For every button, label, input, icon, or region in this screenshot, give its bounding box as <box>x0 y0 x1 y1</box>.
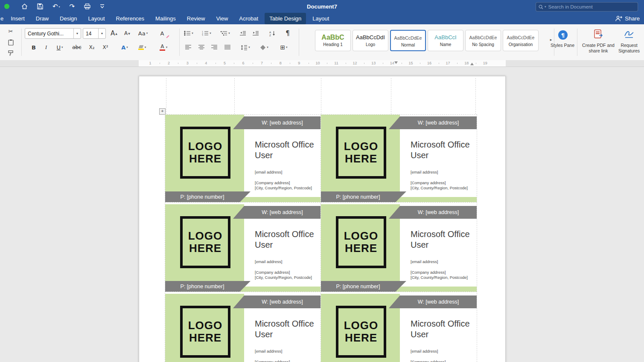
card-logo-placeholder[interactable]: LOGO HERE <box>180 216 230 268</box>
table-move-handle[interactable]: + <box>159 108 166 115</box>
font-size-dropdown-icon[interactable]: ▼ <box>98 29 105 38</box>
shrink-font-button[interactable]: A▼ <box>122 28 132 38</box>
text-effects-button[interactable]: A <box>119 42 131 52</box>
bullet-list-button[interactable] <box>183 28 195 38</box>
customize-toolbar-icon[interactable] <box>100 4 105 9</box>
card-address[interactable]: [Company address] [City, County/Region, … <box>411 180 468 191</box>
show-paragraph-marks-button[interactable]: ¶ <box>283 28 293 38</box>
card-person-name[interactable]: Microsoft Office User <box>255 139 320 161</box>
share-button[interactable]: Share <box>615 13 640 24</box>
card-email[interactable]: [email address] <box>255 349 282 353</box>
business-card[interactable]: W: [web address] P: [phone number] LOGO … <box>165 115 321 203</box>
increase-indent-button[interactable] <box>251 28 260 38</box>
style-normal[interactable]: AaBbCcDdEeNormal <box>390 30 426 51</box>
undo-button[interactable]: ↶ ▾ <box>52 3 60 10</box>
card-logo-placeholder[interactable]: LOGO HERE <box>180 306 230 358</box>
font-size-combobox[interactable]: 14 ▼ <box>83 28 106 39</box>
decrease-indent-button[interactable] <box>238 28 248 38</box>
create-pdf-button[interactable] <box>592 29 604 39</box>
font-name-combobox[interactable]: Century Gothi... ▼ <box>25 28 81 39</box>
tab-table-design[interactable]: Table Design <box>265 13 306 24</box>
business-card[interactable]: W: [web address] P: [phone number] LOGO … <box>321 204 477 292</box>
change-case-button[interactable]: Aa <box>137 28 149 38</box>
card-web-banner[interactable]: W: [web address] <box>233 116 321 129</box>
style-heading-1[interactable]: AaBbCHeading 1 <box>315 30 351 51</box>
highlight-color-button[interactable] <box>136 42 149 52</box>
tab-insert[interactable]: Insert <box>6 13 29 24</box>
right-indent-marker[interactable] <box>470 63 474 65</box>
card-email[interactable]: [email address] <box>411 170 438 174</box>
align-center-button[interactable] <box>197 42 206 52</box>
italic-button[interactable]: I <box>42 42 50 52</box>
window-control-green[interactable] <box>4 4 9 9</box>
tab-design[interactable]: Design <box>55 13 82 24</box>
format-painter-icon[interactable] <box>6 48 15 58</box>
scissors-cut-icon[interactable]: ✂ <box>6 26 15 36</box>
clear-formatting-button[interactable]: A <box>157 28 167 38</box>
card-phone-banner[interactable]: P: [phone number] <box>165 281 251 292</box>
subscript-button[interactable]: X₂ <box>86 42 97 52</box>
card-email[interactable]: [email address] <box>255 259 282 264</box>
card-person-name[interactable]: Microsoft Office User <box>411 319 475 340</box>
tab-references[interactable]: References <box>111 13 149 24</box>
card-email[interactable]: [email address] <box>255 170 282 174</box>
tab-view[interactable]: View <box>211 13 233 24</box>
style-logo[interactable]: AaBbCcDdILogo <box>353 30 388 51</box>
strikethrough-button[interactable]: abc <box>71 42 83 52</box>
font-name-dropdown-icon[interactable]: ▼ <box>73 29 81 38</box>
tab-e[interactable]: e <box>0 13 5 24</box>
create-pdf-label[interactable]: Create PDF and share link <box>580 43 617 54</box>
styles-pane-button[interactable]: ¶ <box>557 30 568 40</box>
card-logo-placeholder[interactable]: LOGO HERE <box>180 127 230 179</box>
shading-button[interactable] <box>258 42 271 52</box>
tab-draw[interactable]: Draw <box>31 13 53 24</box>
multilevel-list-button[interactable] <box>219 28 231 38</box>
document-canvas[interactable]: + W: [web address] P: [phone number] LOG… <box>0 67 644 362</box>
paste-clipboard-icon[interactable] <box>6 37 15 47</box>
business-card[interactable]: W: [web address] P: [phone number] LOGO … <box>165 294 321 362</box>
card-person-name[interactable]: Microsoft Office User <box>255 229 320 250</box>
print-icon[interactable] <box>84 3 90 9</box>
first-line-indent-marker[interactable] <box>394 61 398 64</box>
request-signatures-label[interactable]: Request Signatures <box>615 43 644 54</box>
card-address[interactable]: [Company address] [City, County/Region, … <box>255 359 312 362</box>
search-box[interactable]: ▾ <box>536 2 638 12</box>
tab-mailings[interactable]: Mailings <box>151 13 181 24</box>
home-icon[interactable] <box>21 3 28 9</box>
card-phone-banner[interactable]: P: [phone number] <box>165 191 251 203</box>
card-web-banner[interactable]: W: [web address] <box>233 206 321 219</box>
align-left-button[interactable] <box>184 42 193 52</box>
save-icon[interactable] <box>37 3 43 9</box>
undo-dropdown-icon[interactable]: ▾ <box>59 5 60 8</box>
redo-button[interactable]: ↷ <box>70 3 75 10</box>
styles-pane-label[interactable]: Styles Pane <box>546 43 579 48</box>
card-web-banner[interactable]: W: [web address] <box>389 295 477 308</box>
grow-font-button[interactable]: A▲ <box>108 28 119 38</box>
business-card[interactable]: W: [web address] P: [phone number] LOGO … <box>165 204 321 292</box>
card-email[interactable]: [email address] <box>411 259 438 264</box>
card-logo-placeholder[interactable]: LOGO HERE <box>336 216 386 268</box>
card-person-name[interactable]: Microsoft Office User <box>411 139 475 161</box>
card-phone-banner[interactable]: P: [phone number] <box>321 191 406 203</box>
tab-layout[interactable]: Layout <box>308 13 334 24</box>
card-logo-placeholder[interactable]: LOGO HERE <box>336 127 386 179</box>
sort-button[interactable]: AZ <box>266 28 278 38</box>
card-web-banner[interactable]: W: [web address] <box>389 206 477 219</box>
search-input[interactable] <box>548 4 635 10</box>
tab-layout[interactable]: Layout <box>84 13 110 24</box>
card-web-banner[interactable]: W: [web address] <box>389 116 477 129</box>
card-email[interactable]: [email address] <box>411 349 438 353</box>
underline-button[interactable]: U <box>54 42 66 52</box>
bold-button[interactable]: B <box>29 42 38 52</box>
card-address[interactable]: [Company address] [City, County/Region, … <box>411 270 468 280</box>
card-person-name[interactable]: Microsoft Office User <box>255 319 320 340</box>
font-color-button[interactable]: A <box>157 42 170 52</box>
card-person-name[interactable]: Microsoft Office User <box>411 229 475 250</box>
business-card[interactable]: W: [web address] P: [phone number] LOGO … <box>321 115 477 203</box>
line-spacing-button[interactable] <box>239 42 252 52</box>
tab-review[interactable]: Review <box>182 13 210 24</box>
justify-button[interactable] <box>223 42 232 52</box>
superscript-button[interactable]: X² <box>100 42 111 52</box>
borders-button[interactable]: ⊞ <box>277 42 290 52</box>
request-signatures-button[interactable] <box>623 29 635 39</box>
